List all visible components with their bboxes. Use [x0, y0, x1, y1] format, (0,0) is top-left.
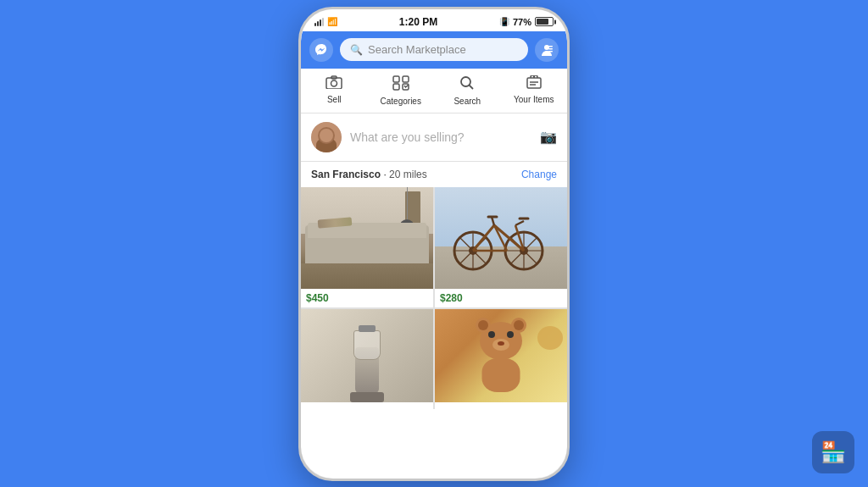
sofa-price: $450 [301, 289, 433, 307]
messenger-button[interactable] [309, 38, 333, 62]
bike-image [435, 187, 567, 289]
svg-rect-2 [548, 48, 553, 50]
tab-your-items[interactable]: Your Items [501, 69, 568, 113]
battery-icon [535, 17, 554, 26]
profile-menu-button[interactable] [535, 38, 559, 62]
teddy-price [435, 402, 567, 409]
svg-rect-7 [393, 76, 399, 82]
search-tab-icon [459, 75, 475, 95]
sell-input-area[interactable]: What are you selling? 📷 [301, 113, 567, 162]
teddy-image [435, 309, 567, 402]
svg-rect-8 [403, 76, 409, 82]
sell-tab-label: Sell [327, 95, 342, 104]
sell-placeholder-text: What are you selling? [350, 130, 531, 144]
battery-fill [537, 19, 548, 25]
sofa-image [301, 187, 433, 289]
tab-sell[interactable]: Sell [301, 69, 368, 113]
user-avatar [311, 122, 342, 152]
blender-price [301, 402, 433, 409]
location-distance: 20 miles [389, 169, 427, 180]
wifi-icon: 📶 [327, 17, 337, 26]
svg-rect-9 [393, 84, 399, 90]
svg-rect-13 [527, 78, 541, 88]
sell-tab-icon [326, 75, 342, 93]
location-text: San Francisco · 20 miles [311, 169, 427, 180]
svg-line-12 [470, 85, 474, 89]
sell-camera-icon[interactable]: 📷 [540, 129, 557, 145]
product-card-sofa[interactable]: $450 [301, 187, 433, 307]
battery-pct-label: 77% [513, 17, 531, 27]
svg-rect-4 [326, 78, 342, 89]
your-items-tab-icon [526, 75, 542, 93]
location-change-button[interactable]: Change [521, 169, 557, 180]
product-grid: $450 [301, 187, 567, 409]
signal-bar-2 [317, 21, 319, 26]
app-header: 🔍 Search Marketplace [301, 31, 567, 69]
product-card-bike[interactable]: $280 [435, 187, 567, 307]
blender-image [301, 309, 433, 402]
your-items-tab-label: Your Items [514, 95, 554, 104]
phone-wrapper: 📶 1:20 PM 📳 77% [298, 7, 570, 481]
location-bar: San Francisco · 20 miles Change [301, 162, 567, 187]
search-tab-label: Search [453, 97, 481, 106]
categories-tab-icon [392, 75, 409, 95]
bike-svg [448, 200, 549, 276]
tab-search[interactable]: Search [434, 69, 501, 113]
page-background: 🏪 📶 1:20 PM [0, 0, 868, 487]
product-card-teddy[interactable] [435, 309, 567, 409]
product-card-blender[interactable] [301, 309, 433, 409]
marketplace-fab[interactable]: 🏪 [812, 431, 854, 473]
status-time: 1:20 PM [399, 16, 437, 28]
bike-price: $280 [435, 289, 567, 307]
nav-tabs: Sell Categories [301, 69, 567, 113]
svg-rect-1 [548, 46, 553, 47]
search-bar[interactable]: 🔍 Search Marketplace [340, 38, 528, 61]
phone-screen: 📶 1:20 PM 📳 77% [301, 9, 567, 479]
svg-rect-3 [548, 51, 553, 53]
phone-frame: 📶 1:20 PM 📳 77% [298, 7, 570, 481]
bluetooth-icon: 📳 [499, 17, 509, 26]
svg-line-34 [515, 221, 524, 225]
signal-dots [314, 18, 324, 26]
status-bar: 📶 1:20 PM 📳 77% [301, 9, 567, 31]
search-bar-icon: 🔍 [350, 44, 363, 56]
signal-bar-1 [314, 23, 316, 26]
search-bar-placeholder: Search Marketplace [368, 43, 466, 56]
categories-tab-label: Categories [381, 97, 421, 106]
signal-bar-4 [322, 18, 324, 26]
svg-point-5 [331, 80, 337, 86]
status-left: 📶 [314, 17, 337, 26]
signal-bar-3 [320, 19, 321, 26]
status-right: 📳 77% [499, 17, 554, 27]
tab-categories[interactable]: Categories [368, 69, 435, 113]
location-city: San Francisco [311, 169, 381, 180]
svg-point-11 [461, 77, 470, 86]
